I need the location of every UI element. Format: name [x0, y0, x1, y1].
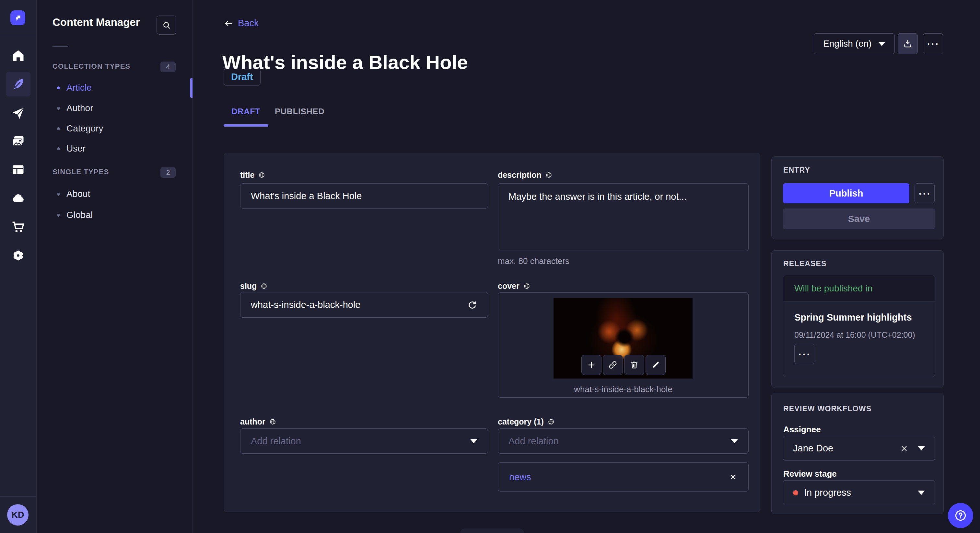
review-workflows-panel: REVIEW WORKFLOWS Assignee Jane Doe Revie…: [771, 393, 944, 514]
subnav-title: Content Manager: [52, 16, 140, 29]
globe-icon: [261, 283, 267, 289]
bullet-icon: [57, 193, 60, 195]
chevron-down-icon: [878, 42, 885, 46]
slug-input[interactable]: [251, 300, 467, 310]
content-manager-subnav: Content Manager COLLECTION TYPES 4 Artic…: [37, 0, 193, 533]
release-card: Will be published in Spring Summer highl…: [783, 275, 935, 377]
cover-add-button[interactable]: [581, 355, 601, 375]
edit-form-card: title description max. 80 characters slu…: [224, 153, 760, 512]
help-button[interactable]: [948, 503, 973, 528]
stage-status-dot: [793, 490, 798, 495]
publish-button[interactable]: Publish: [783, 183, 909, 203]
export-button[interactable]: [898, 33, 918, 54]
more-icon: ⋯: [926, 40, 940, 47]
tab-published[interactable]: PUBLISHED: [275, 107, 323, 116]
description-textarea[interactable]: [509, 184, 738, 251]
category-placeholder: Add relation: [509, 436, 559, 447]
trash-icon: [629, 360, 639, 370]
category-field-label: category (1): [498, 417, 555, 427]
clear-assignee-button[interactable]: [900, 444, 909, 453]
sidebar-item-about[interactable]: About: [57, 186, 90, 202]
assignee-value: Jane Doe: [793, 443, 900, 454]
pencil-icon: [651, 360, 660, 370]
strapi-logo[interactable]: [10, 10, 25, 25]
help-icon: [954, 509, 967, 522]
sidebar-item-article[interactable]: Article: [57, 80, 92, 95]
sidebar-item-category[interactable]: Category: [57, 121, 103, 136]
review-stage-combobox[interactable]: In progress: [783, 480, 935, 505]
assignee-label: Assignee: [783, 425, 821, 435]
nav-home[interactable]: [6, 43, 30, 68]
avatar-initials: KD: [12, 510, 24, 520]
user-avatar[interactable]: KD: [7, 504, 29, 525]
more-icon: ⋯: [918, 190, 931, 197]
entry-panel: ENTRY Publish ⋯ Save: [771, 156, 944, 239]
entry-more-button[interactable]: ⋯: [915, 183, 935, 203]
header-more-button[interactable]: ⋯: [923, 33, 943, 54]
title-input[interactable]: [251, 191, 477, 201]
cart-icon: [11, 220, 25, 234]
back-link[interactable]: Back: [224, 18, 259, 29]
sidebar-item-global[interactable]: Global: [57, 207, 93, 223]
chevron-down-icon: [918, 446, 925, 451]
assignee-combobox[interactable]: Jane Doe: [783, 436, 935, 461]
release-more-button[interactable]: ⋯: [794, 344, 815, 364]
active-tab-underline: [224, 124, 268, 127]
sidebar-item-label: About: [67, 189, 90, 199]
locale-select[interactable]: English (en): [814, 33, 895, 54]
release-status: Will be published in: [783, 275, 935, 302]
nav-media-library[interactable]: [6, 129, 30, 154]
section-collection-types: COLLECTION TYPES: [52, 62, 130, 71]
slug-input-wrap: [240, 292, 488, 318]
save-button[interactable]: Save: [783, 209, 935, 229]
more-icon: ⋯: [798, 351, 811, 357]
tab-draft[interactable]: DRAFT: [224, 107, 268, 116]
chevron-down-icon: [470, 439, 477, 443]
nav-marketplace[interactable]: [6, 215, 30, 239]
download-icon: [903, 39, 913, 49]
regenerate-slug-button[interactable]: [467, 300, 477, 310]
author-relation-combobox[interactable]: Add relation: [240, 428, 488, 454]
subnav-divider: [52, 46, 68, 47]
plus-icon: [587, 360, 596, 370]
gear-icon: [11, 248, 25, 263]
nav-content-type-builder[interactable]: [6, 157, 30, 182]
close-icon: [900, 444, 909, 453]
sidebar-item-author[interactable]: Author: [57, 100, 93, 116]
search-icon: [162, 21, 171, 30]
title-field-label: title: [240, 170, 265, 180]
nav-releases[interactable]: [6, 101, 30, 125]
cover-edit-button[interactable]: [646, 355, 666, 375]
nav-settings[interactable]: [6, 243, 30, 268]
bullet-icon: [57, 148, 60, 150]
nav-content-manager[interactable]: [6, 72, 30, 97]
strapi-admin-app: KD Content Manager COLLECTION TYPES 4 Ar…: [0, 0, 980, 533]
chevron-down-icon: [731, 439, 738, 443]
globe-icon: [523, 283, 530, 289]
search-button[interactable]: [156, 16, 176, 35]
sidebar-item-label: Article: [67, 82, 92, 93]
locale-select-value: English (en): [823, 38, 872, 49]
bullet-icon: [57, 127, 60, 130]
slug-field-label: slug: [240, 281, 267, 291]
cover-delete-button[interactable]: [624, 355, 644, 375]
sidebar-item-label: User: [67, 143, 86, 154]
feather-icon: [11, 77, 25, 91]
release-datetime: 09/11/2024 at 16:00 (UTC+02:00): [794, 330, 915, 339]
bullet-icon: [57, 214, 60, 217]
relation-link-news[interactable]: news: [509, 472, 531, 482]
globe-icon: [546, 171, 552, 178]
strapi-logo-icon: [14, 14, 22, 22]
globe-icon: [548, 418, 555, 425]
sidebar-item-label: Category: [67, 124, 103, 134]
sidebar-item-label: Author: [67, 103, 93, 113]
globe-icon: [258, 171, 265, 178]
cover-copy-link-button[interactable]: [603, 355, 623, 375]
bullet-icon: [57, 86, 60, 89]
category-relation-combobox[interactable]: Add relation: [498, 428, 749, 454]
globe-icon: [269, 418, 276, 425]
remove-relation-button[interactable]: [729, 473, 737, 481]
link-icon: [608, 360, 618, 370]
sidebar-item-user[interactable]: User: [57, 141, 86, 156]
nav-deploy[interactable]: [6, 186, 30, 211]
